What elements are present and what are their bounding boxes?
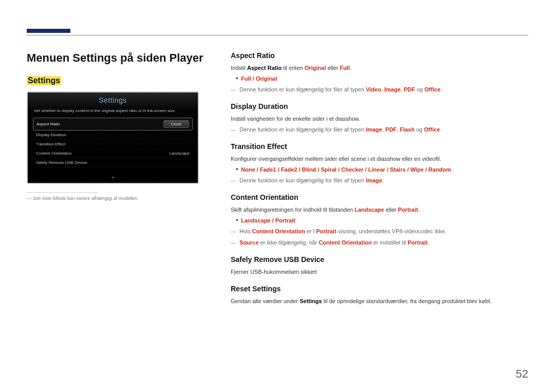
screenshot-menu-list: Aspect Ratio Close Display Duration Tran… [28,118,198,167]
text: er i [305,228,316,234]
text-red: Portrait [398,207,418,213]
settings-screenshot-panel: Settings Set whether to display content … [27,91,199,184]
text-red: None / Fade1 / Fade2 / Blind / Spiral / … [241,166,451,173]
text-red: PDF [404,86,415,92]
text: Hvis [239,228,252,234]
left-column: Menuen Settings på siden Player Settings… [27,51,217,201]
text-red: Full / Original [241,76,277,82]
chevron-down-icon[interactable]: ⌄ [28,173,198,180]
text: Denne funktion er kun tilgængelig for fi… [239,177,366,183]
text-red: Source [239,239,258,246]
section-head-transition-effect: Transition Effect [231,142,528,151]
text: Skift afspilningsretningen for indhold t… [231,207,355,213]
text: og [415,86,424,92]
aspect-ratio-paragraph: Indstil Aspect Ratio til enten Original … [231,64,528,72]
text-red: Portrait [316,228,336,234]
caption-divider [27,192,99,193]
screenshot-row-safely-remove[interactable]: Safely Remove USB Device [33,158,193,167]
text: Denne funktion er kun tilgængelig for fi… [239,86,366,92]
transition-effect-paragraph: Konfigurer overgangseffekter mellem side… [231,155,528,163]
text-red: Portrait [408,239,428,246]
text: . [428,239,429,246]
screenshot-caption: Det viste billede kan variere afhængigt … [27,196,217,201]
safely-remove-paragraph: Fjerner USB-hukommelsen sikkert [231,268,528,276]
text-red: Landscape / Portrait [241,217,295,223]
screenshot-row-value: Landscape [170,151,190,156]
text-red: Office [424,86,440,92]
text: . [440,86,442,92]
section-head-aspect-ratio: Aspect Ratio [231,51,528,60]
settings-highlight-label: Settings [27,76,61,85]
text: Gendan alle værdier under [231,298,300,304]
screenshot-row-label: Transition Effect [36,142,65,146]
text: Indstil [231,65,247,71]
text-red: PDF [385,126,397,133]
transition-effect-note: Denne funktion er kun tilgængelig for fi… [231,176,528,185]
screenshot-row-display-duration[interactable]: Display Duration [33,130,193,140]
screenshot-title: Settings [28,92,198,108]
text-red: Video [366,86,381,92]
text-red: Flash [400,126,415,133]
section-head-safely-remove: Safely Remove USB Device [231,255,528,264]
text: eller [384,207,398,213]
page-number: 52 [516,367,528,381]
text-bold: Settings [300,298,322,304]
text-bold: Aspect Ratio [247,65,282,71]
page-accent-mark [27,29,70,33]
screenshot-row-label: Safely Remove USB Device [36,160,87,165]
section-head-display-duration: Display Duration [231,102,528,110]
section-head-reset-settings: Reset Settings [231,285,528,293]
display-duration-note: Denne funktion er kun tilgængelig for fi… [231,125,528,134]
screenshot-row-content-orientation[interactable]: Content Orientation Landscape [33,149,193,158]
section-head-content-orientation: Content Orientation [231,193,528,201]
text-red: Original [305,65,326,71]
content-orientation-paragraph: Skift afspilningsretningen for indhold t… [231,206,528,214]
text-red: Image [366,177,382,183]
text: og [415,126,424,133]
text-red: Full [340,65,350,71]
text: til de oprindelige standardværdier, fra … [322,298,491,304]
reset-settings-paragraph: Gendan alle værdier under Settings til d… [231,297,528,306]
content-orientation-note-2: Source er ikke tilgængelig, når Content … [231,238,528,247]
right-column: Aspect Ratio Indstil Aspect Ratio til en… [231,51,528,308]
text: . [382,177,384,183]
aspect-ratio-bullet: Full / Original [231,74,528,83]
close-button[interactable]: Close [163,120,189,128]
text-red: Content Orientation [252,228,305,234]
text: . [440,126,441,133]
text-red: Image [366,126,382,133]
text-red: Content Orientation [319,239,372,246]
screenshot-subtext: Set whether to display content in the or… [28,108,198,118]
text: er indstillet til [372,239,408,246]
screenshot-row-label: Display Duration [36,133,66,137]
content-orientation-note-1: Hvis Content Orientation er i Portrait-v… [231,227,528,236]
text: -visning, understøttes VP8-videocodec ik… [336,228,446,234]
top-divider [27,35,528,35]
page-title: Menuen Settings på siden Player [27,51,217,65]
text: Denne funktion er kun tilgængelig for fi… [239,126,366,133]
display-duration-paragraph: Indstil varigheden for de enkelte sider … [231,115,528,123]
text-red: Landscape [355,207,384,213]
transition-effect-bullet: None / Fade1 / Fade2 / Blind / Spiral / … [231,165,528,174]
text: . [350,65,351,71]
screenshot-row-label: Aspect Ratio [36,122,60,126]
screenshot-row-label: Content Orientation [36,151,71,156]
text-red: Office [424,126,440,133]
screenshot-row-aspect-ratio[interactable]: Aspect Ratio Close [33,118,193,130]
text: er ikke tilgængelig, når [258,239,319,246]
content-orientation-bullet: Landscape / Portrait [231,216,528,225]
text: eller [326,65,340,71]
text-red: Image [384,86,401,92]
text: til enten [282,65,305,71]
text: . [418,207,419,213]
aspect-ratio-note: Denne funktion er kun tilgængelig for fi… [231,85,528,94]
screenshot-row-transition-effect[interactable]: Transition Effect [33,140,193,149]
